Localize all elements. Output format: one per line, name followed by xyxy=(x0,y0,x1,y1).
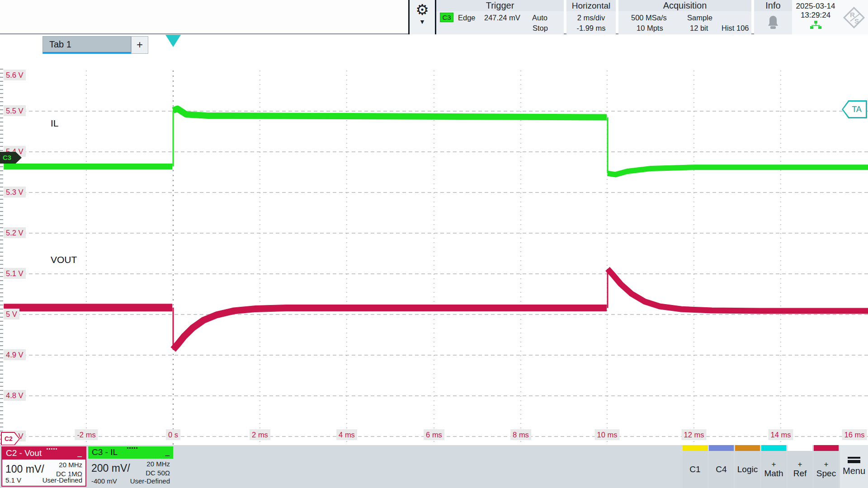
bottom-toolbar: C2 - Vout _ 100 mV/ 20 MHz DC 1MΩ 5.1 V … xyxy=(0,445,868,488)
trigger-panel-title: Trigger xyxy=(436,0,564,11)
x-axis-label: 6 ms xyxy=(424,429,444,440)
trigger-mode: Auto xyxy=(532,13,547,23)
x-axis-label: 0 s xyxy=(166,429,180,440)
spec-button-label: Spec xyxy=(816,469,836,479)
trigger-type: Edge xyxy=(458,13,476,23)
decimation-dots-icon xyxy=(47,448,58,450)
acq-record-length: 10 Mpts xyxy=(637,23,663,33)
c4-color-strip xyxy=(709,445,734,451)
info-panel[interactable]: Info xyxy=(754,0,792,34)
acquisition-panel[interactable]: Acquisition 500 MSa/s Sample 10 Mpts 12 … xyxy=(618,0,751,34)
channel-c3-probe-mode: User-Defined xyxy=(130,477,170,485)
clock[interactable]: 2025-03-14 13:29:24 xyxy=(792,0,839,34)
channel-c3-body: 200 mV/ 20 MHz DC 50Ω -400 mV User-Defin… xyxy=(88,459,173,487)
math-button-label: Math xyxy=(764,469,783,479)
notification-bell-icon xyxy=(767,15,779,29)
acq-sample-rate: 500 MSa/s xyxy=(631,13,667,23)
channel-c3-bandwidth: 20 MHz xyxy=(146,460,170,468)
chevron-down-icon[interactable]: ▼ xyxy=(410,18,435,25)
channel-c2-body: 100 mV/ 20 MHz DC 1MΩ 5.1 V User-Defined xyxy=(2,460,85,486)
trigger-level: 247.24 mV xyxy=(484,13,520,23)
trigger-state: Stop xyxy=(533,23,548,33)
c2-marker-label: C2 xyxy=(2,433,19,445)
logic-color-strip xyxy=(735,445,760,451)
trace-label-il: IL xyxy=(51,118,59,129)
y-axis-label: 5.5 V xyxy=(4,105,26,116)
add-tab-button[interactable]: + xyxy=(131,36,148,54)
add-spec-button[interactable]: +Spec xyxy=(814,445,839,488)
menu-button-label: Menu xyxy=(843,466,865,476)
ta-badge-label: TA xyxy=(843,102,866,117)
ref-button-label: Ref xyxy=(793,469,807,479)
channel-c2-header: C2 - Vout _ xyxy=(2,447,85,460)
logo-letter-s: S xyxy=(854,17,859,25)
horizontal-position: -1.99 ms xyxy=(566,23,616,33)
x-axis-label: 16 ms xyxy=(842,429,867,440)
channel-c2-title: C2 - Vout xyxy=(6,448,42,458)
plus-sign: + xyxy=(798,460,802,469)
add-math-button[interactable]: +Math xyxy=(761,445,786,488)
x-axis-label: -2 ms xyxy=(75,429,98,440)
left-axis-ticks xyxy=(0,69,3,476)
top-status-bar: ⚙ ▼ Trigger C3 Edge 247.24 mV Auto Stop … xyxy=(0,0,868,34)
x-axis-label: 10 ms xyxy=(595,429,620,440)
waveform-canvas xyxy=(0,34,868,488)
x-axis-label: 8 ms xyxy=(510,429,531,440)
channel-badge-c3[interactable]: C3 - IL _ 200 mV/ 20 MHz DC 50Ω -400 mV … xyxy=(88,446,173,487)
acq-mode: Sample xyxy=(687,13,712,23)
tab-1[interactable]: Tab 1 xyxy=(42,36,131,54)
channel-c3-header: C3 - IL _ xyxy=(88,446,173,459)
y-axis-label: 5.6 V xyxy=(4,70,26,80)
horizontal-scale: 2 ms/div xyxy=(566,13,616,23)
x-axis-label: 4 ms xyxy=(336,429,357,440)
waveform-plot-area[interactable]: 5.6 V 5.5 V 5.4 V 5.3 V 5.2 V 5.1 V 5 V … xyxy=(0,34,868,445)
oscilloscope-screen: 5.6 V 5.5 V 5.4 V 5.3 V 5.2 V 5.1 V 5 V … xyxy=(0,0,868,488)
y-axis-label: 4.8 V xyxy=(4,390,26,401)
logic-button-label: Logic xyxy=(737,465,758,474)
acq-resolution: 12 bit xyxy=(690,23,708,33)
trigger-position-marker[interactable] xyxy=(165,35,181,47)
y-axis-label: 5.1 V xyxy=(4,268,26,279)
logic-button[interactable]: Logic xyxy=(735,445,760,488)
x-axis-label: 14 ms xyxy=(769,429,793,440)
rohde-schwarz-logo: R S xyxy=(839,0,868,34)
channel-c2-bandwidth: 20 MHz xyxy=(59,461,82,469)
channel-c2-minimize[interactable]: _ xyxy=(78,447,82,459)
channel-c2-offset: 5.1 V xyxy=(5,476,21,484)
time-display: 13:29:24 xyxy=(792,11,839,20)
channel-c3-minimize[interactable]: _ xyxy=(165,446,170,458)
math-color-strip xyxy=(761,445,786,451)
y-axis-label: 5.3 V xyxy=(4,187,26,197)
lan-status-icon xyxy=(810,21,821,29)
c4-button-label: C4 xyxy=(716,465,726,474)
x-axis-label: 2 ms xyxy=(250,429,270,440)
channel-c3-scale: 200 mV/ xyxy=(91,462,130,474)
y-axis-label: 5.2 V xyxy=(4,227,26,238)
settings-column: ⚙ ▼ xyxy=(408,0,436,34)
channel-badge-c2[interactable]: C2 - Vout _ 100 mV/ 20 MHz DC 1MΩ 5.1 V … xyxy=(1,446,86,487)
acq-history: Hist 106 xyxy=(722,23,749,33)
horizontal-panel[interactable]: Horizontal 2 ms/div -1.99 ms xyxy=(566,0,616,34)
trigger-source-badge: C3 xyxy=(440,13,453,22)
decimation-dots-icon xyxy=(127,447,139,449)
add-channel-c1-button[interactable]: C1 xyxy=(683,445,708,488)
c1-button-label: C1 xyxy=(689,465,700,474)
channel-c2-scale: 100 mV/ xyxy=(5,463,44,475)
add-channel-c4-button[interactable]: C4 xyxy=(709,445,734,488)
plus-sign: + xyxy=(824,460,829,469)
menu-button[interactable]: Menu xyxy=(840,445,868,488)
gear-icon[interactable]: ⚙ xyxy=(410,0,435,20)
y-axis-label: 4.9 V xyxy=(4,349,26,360)
x-axis-label: 12 ms xyxy=(682,429,707,440)
channel-c2-probe-mode: User-Defined xyxy=(42,476,82,484)
channel-c3-title: C3 - IL xyxy=(92,447,118,457)
plus-sign: + xyxy=(772,460,776,469)
horizontal-panel-title: Horizontal xyxy=(566,0,616,11)
add-ref-button[interactable]: +Ref xyxy=(788,445,812,488)
date-display: 2025-03-14 xyxy=(792,2,839,11)
y-axis-label: 5 V xyxy=(4,309,19,319)
trigger-panel[interactable]: Trigger C3 Edge 247.24 mV Auto Stop xyxy=(436,0,564,34)
spec-color-strip xyxy=(814,445,839,451)
acquisition-panel-title: Acquisition xyxy=(618,0,751,11)
channel-c3-offset: -400 mV xyxy=(91,477,117,485)
